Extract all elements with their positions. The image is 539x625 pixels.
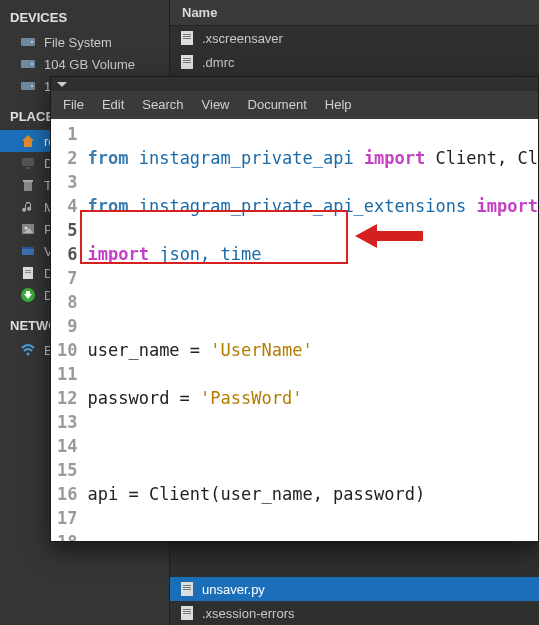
svg-rect-32 xyxy=(183,587,191,588)
svg-point-21 xyxy=(27,353,30,356)
drive-icon xyxy=(20,56,36,72)
svg-rect-31 xyxy=(183,585,191,586)
svg-rect-24 xyxy=(183,36,191,37)
editor-titlebar[interactable] xyxy=(51,77,538,91)
svg-rect-29 xyxy=(183,62,191,63)
svg-rect-27 xyxy=(183,58,191,59)
devices-header: DEVICES xyxy=(0,6,169,31)
svg-rect-23 xyxy=(183,34,191,35)
pictures-icon xyxy=(20,221,36,237)
code-area[interactable]: from instagram_private_api import Client… xyxy=(85,119,538,541)
file-row[interactable]: .xscreensaver xyxy=(170,26,539,50)
svg-point-5 xyxy=(31,85,33,87)
text-file-icon xyxy=(178,29,196,47)
editor-menubar: File Edit Search View Document Help xyxy=(51,91,538,119)
menu-help[interactable]: Help xyxy=(317,94,360,115)
svg-rect-28 xyxy=(183,60,191,61)
sidebar-label: 104 GB Volume xyxy=(44,57,135,72)
text-file-icon xyxy=(178,580,196,598)
download-icon xyxy=(20,287,36,303)
file-row[interactable]: unsaver.py xyxy=(170,577,539,601)
trash-icon xyxy=(20,177,36,193)
chevron-down-icon xyxy=(57,82,67,87)
menu-view[interactable]: View xyxy=(194,94,238,115)
text-file-icon xyxy=(178,604,196,622)
file-name: unsaver.py xyxy=(202,582,265,597)
menu-document[interactable]: Document xyxy=(240,94,315,115)
menu-search[interactable]: Search xyxy=(134,94,191,115)
svg-rect-8 xyxy=(26,167,30,169)
file-row[interactable]: .xsession-errors xyxy=(170,601,539,625)
desktop-icon xyxy=(20,155,36,171)
drive-icon xyxy=(20,34,36,50)
svg-rect-36 xyxy=(183,611,191,612)
doc-icon xyxy=(20,265,36,281)
wifi-icon xyxy=(20,342,36,358)
text-file-icon xyxy=(178,53,196,71)
home-icon xyxy=(20,133,36,149)
svg-point-1 xyxy=(31,41,33,43)
svg-rect-25 xyxy=(183,38,191,39)
line-gutter: 1234 56 789101112 131415161718 xyxy=(51,119,85,541)
svg-point-3 xyxy=(31,63,33,65)
file-name: .xscreensaver xyxy=(202,31,283,46)
menu-file[interactable]: File xyxy=(55,94,92,115)
svg-rect-18 xyxy=(25,272,31,273)
file-name: .xsession-errors xyxy=(202,606,294,621)
music-icon xyxy=(20,199,36,215)
svg-rect-35 xyxy=(183,609,191,610)
sidebar-item-volume[interactable]: 104 GB Volume xyxy=(0,53,169,75)
sidebar-label: File System xyxy=(44,35,112,50)
drive-icon xyxy=(20,78,36,94)
svg-rect-33 xyxy=(183,589,191,590)
editor-body[interactable]: 1234 56 789101112 131415161718 from inst… xyxy=(51,119,538,541)
svg-rect-9 xyxy=(24,182,32,191)
editor-window: File Edit Search View Document Help 1234… xyxy=(50,76,539,542)
svg-rect-15 xyxy=(22,247,34,249)
svg-rect-17 xyxy=(25,270,31,271)
svg-marker-6 xyxy=(22,135,34,147)
svg-rect-37 xyxy=(183,613,191,614)
svg-point-12 xyxy=(25,227,28,230)
col-name: Name xyxy=(182,5,217,20)
svg-rect-7 xyxy=(22,158,34,166)
video-icon xyxy=(20,243,36,259)
sidebar-item-filesystem[interactable]: File System xyxy=(0,31,169,53)
fm-column-header[interactable]: Name xyxy=(170,0,539,26)
file-row[interactable]: .dmrc xyxy=(170,50,539,74)
svg-rect-10 xyxy=(23,180,33,182)
menu-edit[interactable]: Edit xyxy=(94,94,132,115)
file-name: .dmrc xyxy=(202,55,235,70)
